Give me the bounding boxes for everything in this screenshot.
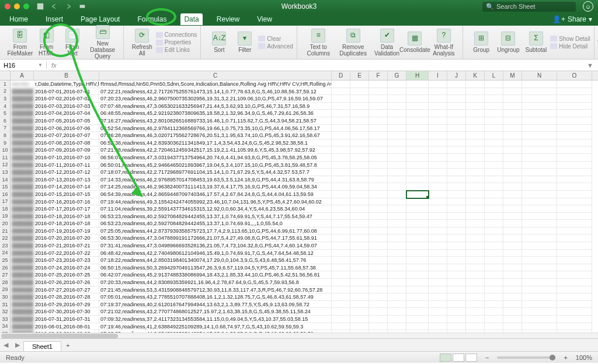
cell[interactable] — [557, 293, 592, 301]
cell[interactable] — [503, 162, 522, 169]
row-header[interactable]: 31 — [0, 301, 11, 309]
cell[interactable] — [388, 205, 406, 213]
spreadsheet-grid[interactable]: ABCDEFGHIJKLMNO 1Member,Date,Datetime,Ty… — [0, 71, 598, 332]
cell[interactable] — [485, 279, 503, 286]
fx-button[interactable]: fx — [47, 62, 61, 69]
cell[interactable] — [503, 88, 522, 96]
column-header-E[interactable]: E — [350, 71, 369, 80]
cell[interactable]: 2016-07-26,2016-07-26 — [34, 279, 99, 286]
cell[interactable] — [466, 293, 485, 301]
cell[interactable] — [388, 293, 406, 301]
cell[interactable]: ██████ — [11, 235, 34, 242]
cell[interactable]: 2016-07-08,2016-07-08 — [34, 139, 99, 147]
cell[interactable]: 07:16:27,readiness,43,2.8010826516889733… — [99, 117, 332, 125]
clear-filter-button[interactable]: Clear — [258, 36, 293, 42]
cell[interactable]: 07:21:02,readiness,43,2.770774868012527,… — [99, 308, 332, 316]
cell[interactable] — [485, 293, 503, 301]
cell[interactable] — [522, 205, 557, 213]
cell[interactable] — [503, 286, 522, 294]
cell[interactable] — [466, 250, 485, 257]
cell[interactable] — [388, 117, 406, 125]
cell[interactable] — [350, 80, 369, 88]
cell[interactable] — [485, 250, 503, 257]
cell[interactable]: ██████ — [11, 271, 34, 279]
cell[interactable]: ██████ — [11, 220, 34, 228]
connections-button[interactable]: Connections — [156, 32, 197, 38]
cell[interactable] — [350, 316, 369, 323]
cell[interactable] — [406, 323, 429, 331]
page-layout-view-button[interactable] — [453, 354, 464, 362]
cell[interactable] — [522, 139, 557, 147]
column-header-K[interactable]: K — [466, 71, 485, 80]
cell[interactable] — [350, 301, 369, 309]
cell[interactable] — [447, 279, 466, 286]
cell[interactable] — [388, 279, 406, 286]
cell[interactable] — [522, 162, 557, 169]
cell[interactable] — [369, 117, 388, 125]
cell[interactable] — [485, 205, 503, 213]
tab-data[interactable]: Data — [180, 13, 202, 25]
cell[interactable] — [557, 228, 592, 235]
cell[interactable]: 2016-07-18,2016-07-18 — [34, 220, 99, 228]
cell[interactable] — [522, 88, 557, 96]
name-box[interactable]: H16▼ — [0, 62, 47, 69]
cell[interactable] — [557, 80, 592, 88]
cell[interactable] — [447, 103, 466, 110]
cell[interactable] — [350, 286, 369, 294]
tab-page-layout[interactable]: Page Layout — [77, 13, 123, 25]
cell[interactable] — [429, 103, 447, 110]
cell[interactable]: 07:14:25,readiness,46,2.9638240073111413… — [99, 183, 332, 191]
cell[interactable] — [466, 117, 485, 125]
cell[interactable] — [350, 235, 369, 242]
column-header-I[interactable]: I — [429, 71, 447, 80]
column-header-N[interactable]: N — [522, 71, 557, 80]
undo-icon[interactable] — [50, 2, 58, 10]
cell[interactable]: 07:09:32,readiness,37,2.4117323134553584… — [99, 316, 332, 323]
cell[interactable]: 2016-07-03,2016-07-03 — [34, 103, 99, 110]
minimize-window-button[interactable] — [14, 4, 20, 9]
cell[interactable] — [522, 132, 557, 139]
cell[interactable] — [466, 125, 485, 132]
cell[interactable] — [466, 139, 485, 147]
row-header[interactable]: 22 — [0, 235, 11, 242]
cell[interactable]: 07:19:46,readiness,41,2.638849225109289,… — [99, 323, 332, 331]
cell[interactable] — [406, 264, 429, 272]
cell[interactable] — [503, 316, 522, 323]
row-header[interactable]: 16 — [0, 191, 11, 198]
cell[interactable] — [350, 125, 369, 132]
cell[interactable] — [485, 235, 503, 242]
cell[interactable] — [350, 103, 369, 110]
cell[interactable] — [332, 293, 350, 301]
cell[interactable]: 07:19:37,readiness,40,2.6120167647994944… — [99, 301, 332, 309]
cell[interactable] — [369, 286, 388, 294]
cell[interactable] — [447, 110, 466, 117]
cell[interactable] — [485, 191, 503, 198]
row-header[interactable]: 25 — [0, 257, 11, 264]
cell[interactable]: 2016-07-15,2016-07-15 — [34, 191, 99, 198]
cell[interactable] — [466, 205, 485, 213]
select-all-corner[interactable] — [0, 71, 11, 80]
row-header[interactable]: 1 — [0, 80, 11, 88]
cell[interactable] — [522, 154, 557, 162]
cell[interactable] — [557, 132, 592, 139]
filter-button[interactable]: ▾Filter — [232, 30, 257, 54]
cell[interactable] — [350, 183, 369, 191]
row-header[interactable]: 19 — [0, 213, 11, 220]
cell[interactable] — [406, 308, 429, 316]
cell[interactable] — [332, 103, 350, 110]
cell[interactable] — [350, 250, 369, 257]
row-header[interactable]: 29 — [0, 286, 11, 294]
cell[interactable] — [447, 80, 466, 88]
cell[interactable] — [522, 176, 557, 184]
cell[interactable] — [388, 242, 406, 250]
cell[interactable] — [388, 95, 406, 103]
cell[interactable] — [522, 213, 557, 220]
cell[interactable] — [369, 88, 388, 96]
cell[interactable]: 2016-07-30,2016-07-30 — [34, 308, 99, 316]
row-header[interactable]: 10 — [0, 146, 11, 154]
cell[interactable] — [485, 323, 503, 331]
cell[interactable] — [429, 250, 447, 257]
cell[interactable] — [466, 257, 485, 264]
cell[interactable] — [557, 316, 592, 323]
redo-icon[interactable] — [64, 2, 72, 10]
